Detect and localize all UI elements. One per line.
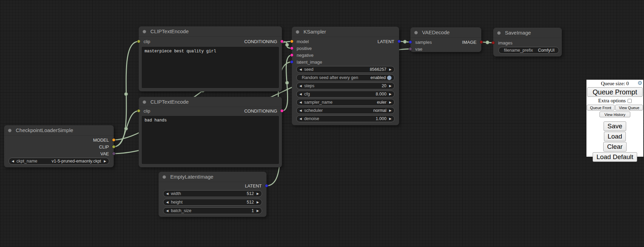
node-title-bar[interactable]: VAEDecode <box>410 27 481 38</box>
arrow-right-icon[interactable]: ▶ <box>257 190 259 197</box>
arrow-right-icon[interactable]: ▶ <box>104 158 106 165</box>
node-title: VAEDecode <box>422 29 450 35</box>
sampler-name-widget[interactable]: ◀ sampler_name euler ▶ <box>296 99 395 106</box>
node-title-bar[interactable]: SaveImage <box>493 28 562 38</box>
node-title-bar[interactable]: CheckpointLoaderSimple <box>4 125 114 135</box>
arrow-left-icon[interactable]: ◀ <box>166 190 169 197</box>
vae-input-dot[interactable] <box>409 47 412 51</box>
random-seed-toggle-widget[interactable]: Random seed after every gen enabled <box>296 74 395 81</box>
link-midpoint-dot <box>285 43 289 47</box>
latent-output-dot[interactable] <box>397 40 401 43</box>
scheduler-widget[interactable]: ◀ scheduler normal ▶ <box>296 107 395 114</box>
arrow-left-icon[interactable]: ◀ <box>166 207 169 214</box>
arrow-left-icon[interactable]: ◀ <box>299 107 302 114</box>
output-slot-model: MODEL <box>4 136 114 143</box>
prompt-textarea[interactable]: masterpiece best quality girl <box>142 47 279 88</box>
node-status-dot-icon <box>296 30 299 34</box>
latent-image-input-dot[interactable] <box>290 60 294 64</box>
load-default-button[interactable]: Load Default <box>593 152 637 162</box>
comfyui-canvas[interactable]: { "colors": { "canvas_bg": "#212121", "n… <box>0 0 644 247</box>
arrow-left-icon[interactable]: ◀ <box>299 115 302 122</box>
node-title-bar[interactable]: KSampler <box>292 27 399 37</box>
node-clip-text-encode-negative[interactable]: CLIPTextEncode clip CONDITIONING bad han… <box>139 97 282 167</box>
prompt-textarea[interactable]: bad hands <box>142 116 279 164</box>
queue-menu-panel: Queue size: 0 ⚙ Queue Prompt Extra optio… <box>586 80 643 157</box>
arrow-left-icon[interactable]: ◀ <box>299 66 302 73</box>
output-slot-latent: LATENT <box>159 182 267 189</box>
extra-options-label: Extra options <box>598 98 626 103</box>
output-slot-conditioning: CONDITIONING <box>139 38 282 45</box>
arrow-right-icon[interactable]: ▶ <box>389 82 392 89</box>
node-clip-text-encode-positive[interactable]: CLIPTextEncode clip CONDITIONING masterp… <box>139 26 282 91</box>
toggle-on-icon[interactable] <box>387 76 392 80</box>
arrow-left-icon[interactable]: ◀ <box>166 199 169 206</box>
node-status-dot-icon <box>162 175 166 179</box>
arrow-right-icon[interactable]: ▶ <box>389 107 392 114</box>
arrow-left-icon[interactable]: ◀ <box>299 99 302 106</box>
filename-prefix-widget[interactable]: filename_prefix ComfyUI <box>498 47 559 54</box>
positive-input-dot[interactable] <box>290 47 294 50</box>
view-queue-button[interactable]: View Queue <box>615 105 643 110</box>
steps-widget[interactable]: ◀ steps 20 ▶ <box>296 82 395 89</box>
arrow-left-icon[interactable]: ◀ <box>299 91 302 98</box>
width-widget[interactable]: ◀ width 512 ▶ <box>163 190 262 197</box>
arrow-right-icon[interactable]: ▶ <box>389 99 392 106</box>
ckpt-name-widget[interactable]: ◀ ckpt_name v1-5-pruned-emaonly.ckpt ▶ <box>9 158 109 165</box>
arrow-right-icon[interactable]: ▶ <box>389 66 392 73</box>
output-slot-conditioning: CONDITIONING <box>139 107 282 114</box>
input-slot-latent-image: latent_image <box>292 58 399 65</box>
arrow-right-icon[interactable]: ▶ <box>257 207 259 214</box>
node-title: CheckpointLoaderSimple <box>16 127 73 133</box>
node-empty-latent-image[interactable]: EmptyLatentImage LATENT ◀ width 512 ▶ ◀ … <box>159 172 267 217</box>
queue-buttons-row: Queue Front View Queue <box>587 105 643 110</box>
output-slot-vae: VAE <box>4 150 114 157</box>
clip-output-dot[interactable] <box>112 145 115 148</box>
settings-gear-icon[interactable]: ⚙ <box>637 80 642 86</box>
conditioning-output-dot[interactable] <box>280 40 284 43</box>
link-midpoint-dot <box>124 127 128 130</box>
node-title-bar[interactable]: CLIPTextEncode <box>139 26 282 37</box>
negative-input-dot[interactable] <box>290 53 294 57</box>
model-output-dot[interactable] <box>112 138 115 142</box>
node-ksampler[interactable]: KSampler model positive negative latent_… <box>292 27 399 125</box>
node-title: KSampler <box>304 29 326 35</box>
save-button[interactable]: Save <box>604 121 626 131</box>
extra-options-checkbox[interactable] <box>628 99 632 103</box>
batch-size-widget[interactable]: ◀ batch_size 1 ▶ <box>163 207 262 214</box>
queue-size-label: Queue size: 0 <box>601 81 629 86</box>
conditioning-output-dot[interactable] <box>280 109 284 113</box>
arrow-right-icon[interactable]: ▶ <box>389 115 392 122</box>
seed-widget[interactable]: ◀ seed 8566257 ▶ <box>296 66 395 73</box>
output-slot-latent: LATENT <box>292 38 399 45</box>
node-save-image[interactable]: SaveImage images filename_prefix ComfyUI <box>493 28 562 56</box>
node-title: SaveImage <box>505 30 531 36</box>
arrow-right-icon[interactable]: ▶ <box>257 199 259 206</box>
node-status-dot-icon <box>143 30 146 34</box>
images-input-dot[interactable] <box>492 41 495 44</box>
node-vae-decode[interactable]: VAEDecode samples vae IMAGE <box>410 27 481 52</box>
view-history-button[interactable]: View History <box>599 112 630 117</box>
cfg-widget[interactable]: ◀ cfg 8.000 ▶ <box>296 91 395 98</box>
image-output-dot[interactable] <box>480 40 483 44</box>
node-status-dot-icon <box>8 129 12 132</box>
clear-button[interactable]: Clear <box>603 142 626 152</box>
queue-prompt-button[interactable]: Queue Prompt <box>587 87 643 97</box>
latent-output-dot[interactable] <box>265 184 268 187</box>
input-slot-vae: vae <box>410 46 481 52</box>
node-status-dot-icon <box>497 31 501 35</box>
load-button[interactable]: Load <box>604 132 626 141</box>
output-slot-clip: CLIP <box>4 143 114 150</box>
input-slot-positive: positive <box>292 45 399 52</box>
queue-size-row: Queue size: 0 ⚙ <box>586 80 643 87</box>
height-widget[interactable]: ◀ height 512 ▶ <box>163 199 262 206</box>
link-midpoint-dot <box>403 40 407 43</box>
node-checkpoint-loader[interactable]: CheckpointLoaderSimple MODEL CLIP VAE ◀ … <box>4 125 114 167</box>
vae-output-dot[interactable] <box>112 152 115 155</box>
denoise-widget[interactable]: ◀ denoise 1.000 ▶ <box>296 115 395 122</box>
node-title-bar[interactable]: EmptyLatentImage <box>159 172 267 182</box>
arrow-right-icon[interactable]: ▶ <box>389 91 392 98</box>
arrow-left-icon[interactable]: ◀ <box>299 82 302 89</box>
queue-front-button[interactable]: Queue Front <box>587 105 615 110</box>
arrow-left-icon[interactable]: ◀ <box>12 158 14 165</box>
node-title-bar[interactable]: CLIPTextEncode <box>139 97 282 107</box>
